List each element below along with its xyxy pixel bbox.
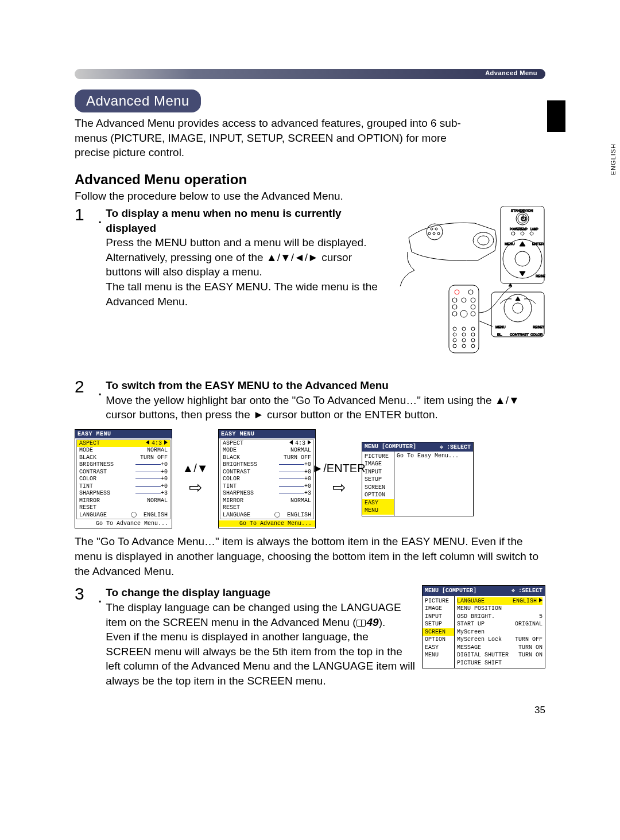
after-menus-note: The "Go To Advance Menu…" item is always… [75, 534, 545, 578]
svg-point-18 [530, 232, 533, 235]
svg-point-1 [478, 236, 489, 245]
svg-point-43 [471, 339, 475, 342]
svg-point-37 [471, 327, 475, 330]
svg-point-45 [462, 344, 466, 348]
arrow-right-icon: ⇨ [189, 480, 202, 496]
svg-point-2 [427, 224, 443, 240]
svg-point-44 [453, 344, 456, 348]
step-2-p1: Move the yellow highlight bar onto the "… [106, 394, 519, 421]
updown-label: ▲/▼ [182, 462, 208, 475]
svg-point-29 [471, 298, 475, 302]
advanced-menu-1: MENU [COMPUTER] ✥ :SELECT PICTUREIMAGEIN… [362, 442, 474, 516]
step-1-p1: Press the MENU button and a menu will be… [106, 236, 366, 278]
step-3: 3. MENU [COMPUTER] ✥ :SELECT PICTUREIMAG… [75, 585, 545, 688]
svg-point-34 [471, 312, 475, 316]
svg-point-3 [431, 228, 433, 230]
section-heading: Advanced Menu operation [75, 172, 545, 188]
side-tab [547, 100, 565, 132]
follow-text: Follow the procedure below to use the Ad… [75, 190, 545, 203]
svg-text:COLOR: COLOR [530, 333, 543, 336]
svg-point-6 [433, 232, 435, 235]
step-number: 2 [75, 378, 94, 422]
step-2: 2. To switch from the EASY MENU to the A… [75, 378, 545, 422]
svg-point-38 [453, 333, 456, 336]
step-2-title: To switch from the EASY MENU to the Adva… [106, 379, 389, 391]
svg-text:RESET: RESET [533, 325, 544, 329]
svg-point-5 [428, 232, 431, 235]
step-1: 1. To display a menu when no menu is cur… [75, 206, 392, 309]
svg-text:MENU: MENU [495, 325, 506, 329]
easy-menu-1: EASY MENU ASPECT4:3MODENORMALBLACKTURN O… [75, 429, 172, 529]
step-number: 1 [75, 206, 94, 309]
svg-point-27 [452, 298, 457, 302]
header-bar-label: Advanced Menu [485, 69, 537, 76]
svg-point-33 [452, 312, 457, 316]
step-1-p2: The tall menu is the EASY MENU. The wide… [106, 281, 377, 308]
projector-figure: STANDBY/ON ⏻ POWERTEMPLAMP MENU ENTER RE… [397, 206, 545, 355]
svg-point-35 [453, 327, 456, 330]
menu-transition-figure: EASY MENU ASPECT4:3MODENORMALBLACKTURN O… [75, 429, 545, 529]
svg-point-0 [473, 232, 494, 248]
page-number: 35 [75, 705, 545, 716]
svg-text:RESET: RESET [536, 274, 545, 278]
step-3-p2: Even if the menu is displayed in another… [106, 631, 415, 687]
book-icon [356, 620, 366, 627]
arrow-right-icon: ⇨ [332, 480, 346, 496]
step-1-title: To display a menu when no menu is curren… [106, 207, 341, 234]
svg-point-49 [513, 303, 523, 313]
intro-paragraph: The Advanced Menu provides access to adv… [75, 116, 465, 160]
svg-point-28 [462, 298, 466, 302]
svg-point-40 [471, 333, 475, 336]
svg-point-31 [471, 305, 475, 309]
svg-point-20 [515, 251, 530, 266]
svg-text:⏻: ⏻ [521, 216, 526, 221]
svg-text:TEMP: TEMP [520, 227, 528, 231]
svg-point-7 [437, 232, 440, 235]
step-3-title: To change the display language [106, 586, 270, 598]
svg-text:CONTRAST: CONTRAST [510, 333, 529, 336]
title-pill: Advanced Menu [75, 90, 201, 112]
svg-point-26 [468, 290, 473, 294]
svg-text:LAMP: LAMP [530, 227, 538, 231]
svg-text:ENTER: ENTER [532, 242, 544, 246]
language-side-label: ENGLISH [610, 143, 617, 175]
step-3-p1b: ). [379, 616, 386, 628]
svg-point-42 [462, 339, 466, 342]
advanced-menu-screen-fig: MENU [COMPUTER] ✥ :SELECT PICTUREIMAGEIN… [422, 585, 545, 668]
svg-point-16 [512, 232, 515, 235]
svg-rect-24 [449, 285, 479, 353]
svg-point-17 [521, 232, 524, 235]
svg-point-25 [455, 290, 459, 294]
svg-point-32 [460, 310, 467, 317]
svg-point-4 [435, 228, 437, 230]
svg-point-41 [453, 339, 456, 342]
svg-point-30 [452, 305, 457, 309]
svg-point-36 [462, 327, 466, 330]
header-bar: Advanced Menu [75, 69, 545, 79]
svg-point-46 [471, 344, 475, 348]
page-ref: 49 [367, 616, 379, 628]
enter-label: ►/ENTER [312, 462, 365, 475]
svg-point-39 [462, 333, 466, 336]
svg-text:MENU: MENU [505, 242, 515, 246]
step-number: 3 [75, 585, 94, 688]
svg-text:STANDBY/ON: STANDBY/ON [511, 209, 533, 212]
easy-menu-2: EASY MENU ASPECT4:3MODENORMALBLACKTURN O… [218, 429, 316, 529]
svg-text:BL.: BL. [497, 333, 502, 336]
